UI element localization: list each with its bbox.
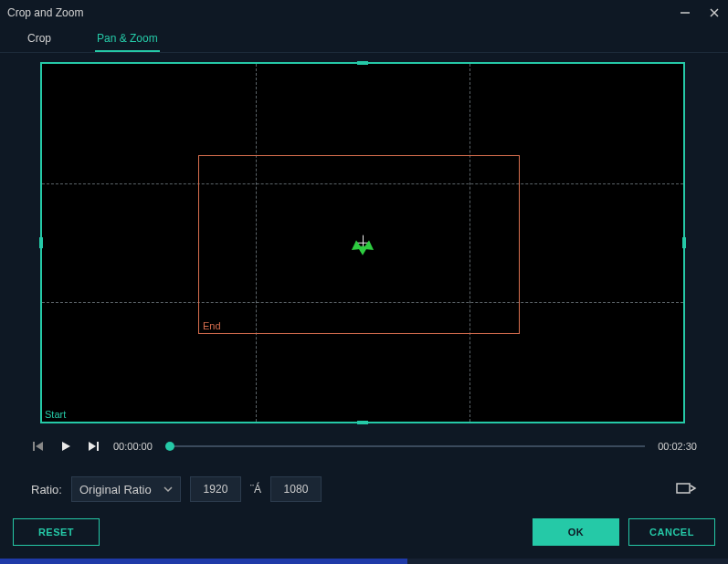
playback-bar: 00:00:00 00:02:30 xyxy=(0,423,728,460)
svg-marker-6 xyxy=(89,442,96,451)
end-frame-label: End xyxy=(203,320,221,331)
step-forward-button[interactable] xyxy=(86,439,100,454)
minimize-button[interactable] xyxy=(679,6,691,19)
width-input[interactable]: 1920 xyxy=(190,476,241,502)
svg-marker-4 xyxy=(36,442,43,451)
dialog-footer: RESET OK CANCEL xyxy=(0,502,728,546)
step-back-button[interactable] xyxy=(31,439,46,454)
dimension-separator: ¨Á xyxy=(250,483,261,496)
ok-button[interactable]: OK xyxy=(533,518,619,546)
bottom-accent-bar xyxy=(0,559,728,564)
crop-handle-corner[interactable] xyxy=(40,62,49,71)
title-bar: Crop and Zoom xyxy=(0,0,728,26)
start-frame-label: Start xyxy=(45,409,66,420)
width-value: 1920 xyxy=(204,483,228,496)
crop-handle-edge[interactable] xyxy=(357,61,368,65)
crop-handle-edge[interactable] xyxy=(682,237,686,248)
crop-handle-edge[interactable] xyxy=(357,421,368,424)
current-time: 00:00:00 xyxy=(113,441,153,452)
swap-dimensions-button[interactable] xyxy=(675,481,697,497)
height-input[interactable]: 1080 xyxy=(270,476,322,502)
close-button[interactable] xyxy=(708,6,721,19)
chevron-down-icon xyxy=(164,483,173,496)
center-marker xyxy=(355,235,370,250)
ratio-select[interactable]: Original Ratio xyxy=(71,476,181,502)
ratio-selected-value: Original Ratio xyxy=(79,483,152,496)
window-title: Crop and Zoom xyxy=(7,6,83,19)
svg-rect-8 xyxy=(677,484,690,493)
svg-marker-5 xyxy=(62,442,70,451)
crop-handle-corner[interactable] xyxy=(676,414,685,423)
svg-rect-3 xyxy=(33,442,35,451)
tab-crop[interactable]: Crop xyxy=(26,26,53,52)
tab-pan-and-zoom[interactable]: Pan & Zoom xyxy=(95,26,160,52)
total-time: 00:02:30 xyxy=(658,441,697,452)
timeline-thumb[interactable] xyxy=(165,442,174,451)
height-value: 1080 xyxy=(284,483,309,496)
tab-bar: Crop Pan & Zoom xyxy=(0,26,728,53)
svg-rect-7 xyxy=(97,442,99,451)
cancel-button[interactable]: CANCEL xyxy=(628,518,715,546)
crop-handle-corner[interactable] xyxy=(676,62,685,71)
play-button[interactable] xyxy=(58,439,73,454)
timeline-slider[interactable] xyxy=(165,439,645,454)
ratio-label: Ratio: xyxy=(31,483,62,496)
crop-handle-edge[interactable] xyxy=(39,237,43,248)
ratio-controls: Ratio: Original Ratio 1920 ¨Á 1080 xyxy=(0,460,728,502)
preview-canvas[interactable]: End Start xyxy=(40,62,685,423)
reset-button[interactable]: RESET xyxy=(13,518,100,546)
